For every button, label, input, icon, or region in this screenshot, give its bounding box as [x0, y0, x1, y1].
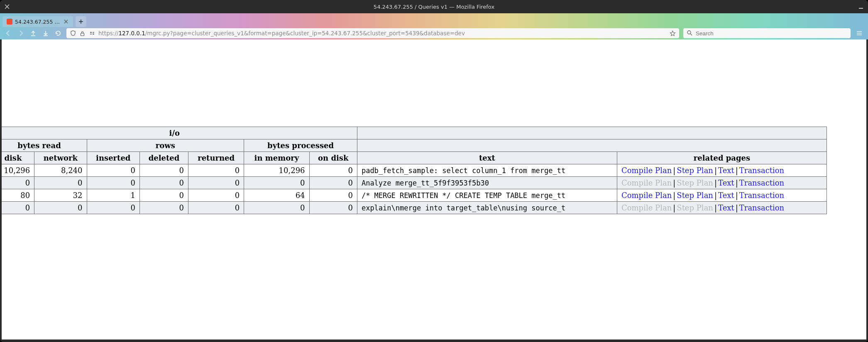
window-minimize-icon[interactable] — [857, 3, 865, 10]
url-path: /mgrc.py?page=cluster_queries_v1&format=… — [145, 30, 465, 37]
table-cell: 0 — [2, 202, 34, 214]
table-cell: 0 — [87, 177, 140, 189]
tab-title: 54.243.67.255 / Queri… — [15, 19, 61, 25]
step-plan-link: Step Plan — [677, 178, 713, 187]
text-link[interactable]: Text — [718, 166, 734, 175]
transaction-link[interactable]: Transaction — [739, 166, 784, 175]
table-cell: padb_fetch_sample: select column_1 from … — [357, 164, 617, 177]
url-protocol: https:// — [98, 30, 118, 37]
related-pages-cell: Compile Plan|Step Plan|Text|Transaction — [617, 189, 826, 202]
url-text: https://127.0.0.1/mgrc.py?page=cluster_q… — [98, 30, 666, 37]
transaction-link[interactable]: Transaction — [739, 203, 784, 212]
text-link[interactable]: Text — [718, 203, 734, 212]
table-cell: explain\nmerge into target_table\nusing … — [357, 202, 617, 214]
table-cell: 0 — [309, 189, 357, 202]
table-cell: 0 — [188, 177, 244, 189]
table-cell: 0 — [140, 189, 188, 202]
col-network: network — [34, 152, 87, 164]
table-cell: 0 — [34, 202, 87, 214]
related-pages-cell: Compile Plan|Step Plan|Text|Transaction — [617, 202, 826, 214]
tab-strip: 54.243.67.255 / Queri… — [0, 13, 868, 27]
header-bytes-read: bytes read — [2, 139, 87, 152]
new-tab-button[interactable] — [76, 16, 86, 27]
table-cell: 0 — [140, 202, 188, 214]
col-deleted: deleted — [140, 152, 188, 164]
table-cell: 0 — [309, 164, 357, 177]
col-text: text — [357, 152, 617, 164]
compile-plan-link: Compile Plan — [621, 203, 672, 212]
permissions-icon — [89, 30, 95, 37]
search-box[interactable] — [683, 28, 851, 38]
reload-button[interactable] — [54, 29, 62, 37]
svg-point-1 — [90, 32, 91, 33]
shield-icon — [70, 30, 76, 37]
forward-button[interactable] — [17, 29, 25, 37]
table-cell: 0 — [188, 164, 244, 177]
table-cell: 0 — [188, 202, 244, 214]
svg-point-3 — [687, 31, 691, 34]
table-cell: 0 — [244, 177, 309, 189]
step-plan-link[interactable]: Step Plan — [677, 191, 713, 200]
address-bar[interactable]: https://127.0.0.1/mgrc.py?page=cluster_q… — [66, 28, 679, 38]
table-cell: 0 — [34, 177, 87, 189]
table-cell: 0 — [87, 202, 140, 214]
text-link[interactable]: Text — [718, 191, 734, 200]
step-plan-link: Step Plan — [677, 203, 713, 212]
col-inserted: inserted — [87, 152, 140, 164]
col-on-disk: on disk — [309, 152, 357, 164]
table-cell: 80 — [2, 189, 34, 202]
table-row: 0.0103910000000Analyze merge_tt_5f9f3953… — [2, 177, 827, 189]
svg-rect-0 — [81, 33, 84, 36]
tab-close-icon[interactable] — [63, 19, 69, 24]
table-cell: 0 — [309, 177, 357, 189]
tab-favicon-icon — [7, 19, 12, 24]
svg-point-2 — [93, 34, 94, 35]
table-cell: 0 — [140, 177, 188, 189]
transaction-link[interactable]: Transaction — [739, 178, 784, 187]
hamburger-menu-icon[interactable] — [855, 29, 864, 38]
header-rows: rows — [87, 139, 244, 152]
header-blank-2 — [357, 127, 826, 139]
table-cell: 10,296 — [244, 164, 309, 177]
window-close-icon[interactable] — [3, 3, 11, 10]
scroll-area[interactable]: i/o bytes read rows bytes processed ceiv… — [2, 39, 866, 340]
col-returned: returned — [188, 152, 244, 164]
header-blank-4 — [357, 139, 826, 152]
table-cell: 10,296 — [2, 164, 34, 177]
browser-tab[interactable]: 54.243.67.255 / Queri… — [2, 16, 73, 27]
search-input[interactable] — [696, 30, 847, 37]
table-cell: 64 — [244, 189, 309, 202]
window-titlebar: 54.243.67.255 / Queries v1 — Mozilla Fir… — [0, 0, 868, 13]
table-cell: 0 — [309, 202, 357, 214]
search-icon — [687, 30, 692, 37]
col-in-memory: in memory — [244, 152, 309, 164]
back-button[interactable] — [4, 29, 12, 37]
lock-icon — [79, 30, 86, 37]
header-io: i/o — [2, 127, 357, 139]
table-cell: 0 — [87, 164, 140, 177]
table-cell: Analyze merge_tt_5f9f3953f5b30 — [357, 177, 617, 189]
download-icon[interactable] — [42, 29, 50, 37]
page-content: i/o bytes read rows bytes processed ceiv… — [2, 39, 866, 340]
table-cell: 0 — [140, 164, 188, 177]
transaction-link[interactable]: Transaction — [739, 191, 784, 200]
col-related-pages: related pages — [617, 152, 826, 164]
compile-plan-link[interactable]: Compile Plan — [621, 166, 672, 175]
table-row: 0.0632280000000explain\nmerge into targe… — [2, 202, 827, 214]
table-cell: 32 — [34, 189, 87, 202]
bookmark-star-icon[interactable] — [670, 30, 676, 37]
upload-icon[interactable] — [29, 29, 37, 37]
col-disk: disk — [2, 152, 34, 164]
compile-plan-link[interactable]: Compile Plan — [621, 191, 672, 200]
related-pages-cell: Compile Plan|Step Plan|Text|Transaction — [617, 177, 826, 189]
table-cell: 0 — [188, 189, 244, 202]
url-host: 127.0.0.1 — [118, 30, 145, 37]
table-cell: 0 — [2, 177, 34, 189]
step-plan-link[interactable]: Step Plan — [677, 166, 713, 175]
table-cell: 0 — [244, 202, 309, 214]
table-row: 0.00703210,2968,24000010,2960padb_fetch_… — [2, 164, 827, 177]
text-link[interactable]: Text — [718, 178, 734, 187]
compile-plan-link: Compile Plan — [621, 178, 672, 187]
related-pages-cell: Compile Plan|Step Plan|Text|Transaction — [617, 164, 826, 177]
nav-toolbar: https://127.0.0.1/mgrc.py?page=cluster_q… — [0, 27, 868, 39]
